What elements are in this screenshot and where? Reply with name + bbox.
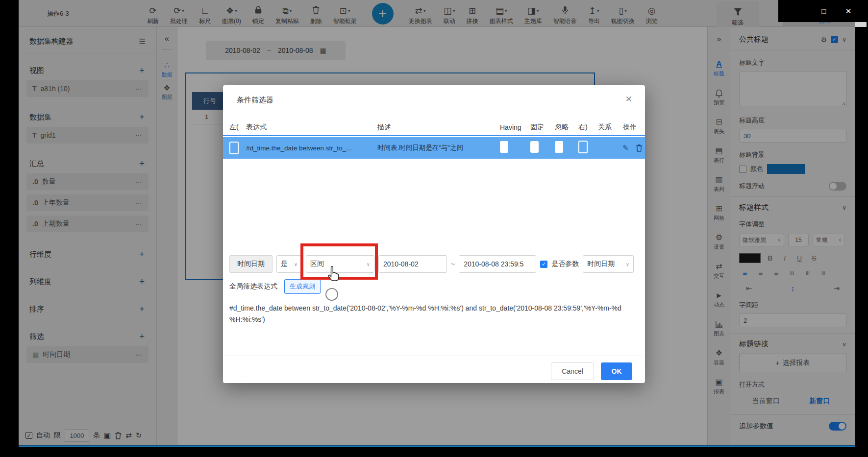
clear-trash-icon[interactable] <box>115 432 122 439</box>
add-filter-icon[interactable]: + <box>139 331 145 342</box>
lock-button[interactable]: 锁定 <box>252 2 264 25</box>
strip-item-table-cols[interactable]: ▥ 表列 <box>714 175 724 193</box>
cancel-button[interactable]: Cancel <box>551 362 594 380</box>
batch-button[interactable]: ⟳▾ 批处理 <box>170 2 188 25</box>
add-view-button[interactable]: + <box>372 3 394 24</box>
ok-button[interactable]: OK <box>601 362 632 380</box>
align-left-button[interactable]: ≡ <box>739 269 751 277</box>
operator-select[interactable]: 是 ∨ <box>276 255 302 273</box>
more-icon[interactable]: ⋯ <box>135 131 143 139</box>
align-center-button[interactable]: ≡ <box>755 269 767 277</box>
measure-item-quantity[interactable]: .0 数量 ⋯ <box>26 173 149 190</box>
add-sort-icon[interactable]: + <box>139 304 145 314</box>
strip-item-container[interactable]: ❖ 容器 <box>714 348 724 366</box>
strip-tab-data[interactable]: ∴ 数据 <box>162 61 173 78</box>
strip-item-grid[interactable]: ⊞ 网格 <box>714 204 724 222</box>
fixed-checkbox[interactable] <box>530 141 539 153</box>
export-button[interactable]: ↥▾ 导出 <box>588 2 600 25</box>
ruler-button[interactable]: ∟ 标尺 <box>199 2 211 25</box>
maximize-button[interactable]: □ <box>821 7 826 15</box>
open-new-window-option[interactable]: 新窗口 <box>793 394 847 409</box>
layers-button[interactable]: ❖▾ 图层(0) <box>222 2 241 25</box>
copy-paste-button[interactable]: ⧉▾ 复制粘贴 <box>275 2 299 25</box>
more-icon[interactable]: ⋯ <box>135 199 143 207</box>
is-param-checkbox[interactable]: ✓ <box>540 261 547 268</box>
bg-color-swatch[interactable] <box>767 164 805 174</box>
shuffle-icon[interactable]: ⇄ <box>125 431 132 440</box>
add-view-icon[interactable]: + <box>139 65 145 76</box>
close-window-button[interactable]: ✕ <box>845 7 852 16</box>
bg-color-checkbox[interactable] <box>739 166 746 173</box>
align-middle-button[interactable]: ≡ <box>804 267 812 279</box>
select-report-button[interactable]: + 选择报表 <box>739 354 846 372</box>
filter-item-datetime[interactable]: ▦ 时间日期 ⋯ <box>26 346 149 363</box>
range-type-select[interactable]: 区间 ∨ <box>306 255 374 273</box>
tab-global-expression[interactable]: 全局筛选表达式 <box>229 282 277 291</box>
align-bottom-button[interactable]: ≡ <box>819 267 828 279</box>
filter-condition-row[interactable]: #d_time.the_date between str_to_... 时间表.… <box>223 137 645 159</box>
tab-filter[interactable]: 筛选 <box>717 1 759 27</box>
dataset-item-grid1[interactable]: T grid1 ⋯ <box>26 127 149 144</box>
browse-button[interactable]: ◎ 浏览 <box>646 2 658 25</box>
strip-item-report[interactable]: ▣ 报表 <box>714 377 724 395</box>
ignore-checkbox[interactable] <box>555 141 563 153</box>
bold-button[interactable]: B <box>765 254 775 262</box>
chevron-down-icon[interactable]: ∨ <box>842 204 846 211</box>
sql-preview-icon[interactable]: ▣ <box>104 431 111 440</box>
close-icon[interactable]: ✕ <box>625 94 632 104</box>
expand-right-icon[interactable]: » <box>717 35 721 44</box>
strip-item-table-rows[interactable]: ▤ 表行 <box>714 146 724 164</box>
strip-item-settings[interactable]: ⚙ 设置 <box>714 233 724 251</box>
date-start-value[interactable]: 2010-08-02 <box>225 47 260 54</box>
title-style-header[interactable]: 标题样式 ∨ <box>739 203 846 212</box>
chevron-down-icon[interactable]: ∨ <box>842 36 846 43</box>
font-weight-select[interactable]: 常规∨ <box>813 234 845 246</box>
minimize-button[interactable]: — <box>795 7 802 15</box>
chevron-down-icon[interactable]: ∨ <box>842 341 846 348</box>
left-paren-checkbox[interactable] <box>229 142 239 154</box>
date-end-value[interactable]: 2010-08-08 <box>278 47 313 54</box>
italic-button[interactable]: I <box>779 254 790 262</box>
tab-right-icon[interactable]: ⇥ <box>833 284 840 293</box>
having-checkbox[interactable] <box>500 141 508 153</box>
measure-item-lastyear[interactable]: .0 上年数量 ⋯ <box>26 194 149 211</box>
theme-library-button[interactable]: ◨▾ 主题库 <box>524 2 542 25</box>
title-link-header[interactable]: 标题链接 ∨ <box>739 339 846 349</box>
date-range-widget[interactable]: 2010-08-02 ~ 2010-08-08 ▦ <box>206 41 346 60</box>
measure-item-lastperiod[interactable]: .0 上期数量 ⋯ <box>26 216 149 232</box>
linkage-button[interactable]: ◫▾ 联动 <box>444 2 455 25</box>
delete-row-icon[interactable] <box>636 144 643 152</box>
add-row-dim-icon[interactable]: + <box>139 249 145 260</box>
tab-left-icon[interactable]: ⇤ <box>746 284 752 293</box>
font-size-select[interactable]: 15 <box>788 234 809 246</box>
start-date-input[interactable] <box>378 255 447 273</box>
open-current-window-option[interactable]: 当前窗口 <box>739 394 793 409</box>
font-color-swatch[interactable] <box>739 253 761 263</box>
title-text-input[interactable] <box>739 71 846 106</box>
splice-button[interactable]: ⊞ 拼接 <box>467 2 478 25</box>
add-measure-icon[interactable]: + <box>139 158 145 169</box>
add-dataset-icon[interactable]: + <box>139 112 145 122</box>
more-icon[interactable]: ⋯ <box>135 85 143 93</box>
view-item-a81h[interactable]: T a81h (10) ⋯ <box>26 80 149 97</box>
refresh-button[interactable]: ⟳ 刷新 <box>147 2 159 25</box>
end-date-input[interactable] <box>459 255 536 273</box>
gear-icon[interactable]: ⚙ <box>821 36 827 44</box>
strip-item-chart[interactable]: 图表 <box>714 319 724 337</box>
strip-item-alert[interactable]: 预警 <box>714 88 724 106</box>
collapse-menu-icon[interactable]: ☰ <box>139 37 146 46</box>
smart-frame-button[interactable]: ⊡▾ 智能框架 <box>333 2 357 25</box>
align-right-button[interactable]: ≡ <box>770 269 782 277</box>
append-param-toggle[interactable] <box>829 422 846 431</box>
more-icon[interactable]: ⋯ <box>135 351 143 359</box>
right-paren-checkbox[interactable] <box>578 141 588 153</box>
title-float-toggle[interactable] <box>829 182 846 191</box>
auto-checkbox[interactable]: ✓ <box>25 432 32 439</box>
delete-button[interactable]: 删除 <box>310 2 322 25</box>
view-switch-button[interactable]: ▯▾ 视图切换 <box>611 2 635 25</box>
chart-style-button[interactable]: ▤▾ 图表样式 <box>490 2 513 25</box>
strip-item-table-header[interactable]: ⊟ 表头 <box>714 117 724 135</box>
letter-spacing-input[interactable] <box>739 313 846 327</box>
strikethrough-button[interactable]: S <box>809 254 819 262</box>
smart-voice-button[interactable]: 智能语音 <box>553 2 577 25</box>
